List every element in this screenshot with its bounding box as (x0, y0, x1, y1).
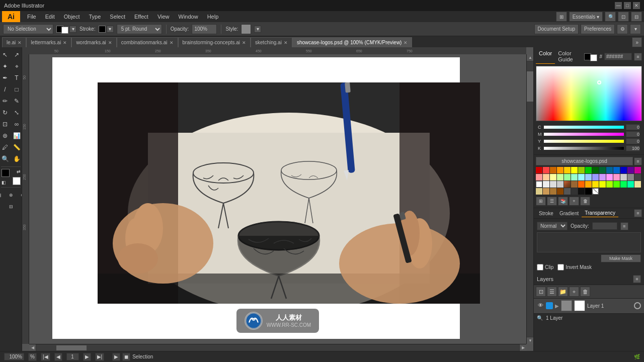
tab-close-brainstorming[interactable]: ✕ (242, 40, 246, 45)
swatch-42[interactable] (550, 181, 556, 188)
extra-btn[interactable]: ⚙ (617, 24, 628, 34)
scroll-down-btn[interactable]: ▼ (527, 337, 533, 344)
swatch-8[interactable] (592, 167, 599, 173)
menu-help[interactable]: Help (203, 13, 223, 21)
swatch-4[interactable] (564, 167, 571, 173)
scroll-thumb-h[interactable] (56, 345, 87, 350)
nav-next-btn[interactable]: ▶ (83, 353, 91, 361)
swatch-45[interactable] (571, 181, 578, 188)
rect-tool[interactable]: □ (11, 84, 22, 95)
arrange-button[interactable]: ⊞ (556, 12, 567, 22)
rotate-tool[interactable]: ↻ (0, 107, 11, 118)
symbol-tool[interactable]: ⊛ (0, 130, 11, 141)
swatch-66[interactable] (571, 188, 578, 195)
swatch-list-btn[interactable]: ☰ (547, 197, 557, 206)
swatch-47[interactable] (585, 181, 592, 188)
layer-locate-btn[interactable]: ⊡ (536, 287, 546, 297)
swatch-51[interactable] (613, 181, 620, 188)
menu-select[interactable]: Select (106, 13, 129, 21)
eyedropper-tool[interactable]: 🖊 (0, 142, 11, 153)
invert-mask-checkbox[interactable] (557, 264, 564, 270)
swatch-50[interactable] (606, 181, 613, 188)
tab-gradient[interactable]: Gradient (556, 210, 582, 217)
direct-selection-tool[interactable]: ↗ (11, 49, 22, 60)
swatch-34[interactable] (634, 174, 641, 180)
swatch-41[interactable] (543, 181, 549, 188)
scroll-thumb-v[interactable] (527, 71, 533, 102)
swatch-add-btn[interactable]: + (569, 197, 579, 206)
swap-colors-icon[interactable]: ⇄ (17, 169, 21, 174)
tabs-more-button[interactable]: » (632, 37, 642, 47)
swatch-7[interactable] (585, 167, 592, 173)
menu-type[interactable]: Type (85, 13, 105, 21)
scroll-right-btn[interactable]: ▶ (519, 344, 526, 351)
swatch-12[interactable] (620, 167, 627, 173)
tab-close-wordmarks[interactable]: ✕ (108, 40, 112, 45)
tab-transparency[interactable]: Transparency (582, 209, 618, 217)
tab-showcase[interactable]: showcase-logos.psd @ 100% (CMYK/Preview)… (292, 37, 413, 47)
tab-close-showcase[interactable]: ✕ (404, 40, 408, 45)
hscrollbar[interactable]: ◀ ▶ (29, 344, 526, 351)
scale-tool[interactable]: ⤡ (11, 107, 22, 118)
swatch-view-btn[interactable]: ⊞ (536, 197, 546, 206)
swatch-del-btn[interactable]: 🗑 (580, 197, 590, 206)
tab-close-sketching[interactable]: ✕ (284, 40, 288, 45)
graph-tool[interactable]: 📊 (11, 130, 22, 141)
swatch-21[interactable] (543, 174, 549, 180)
swatch-60[interactable] (634, 181, 641, 188)
style-arrow[interactable]: ▾ (254, 26, 261, 33)
swatches-menu[interactable]: ≡ (634, 157, 642, 165)
prefs-button[interactable]: Preferences (581, 24, 615, 34)
blend-mode-select[interactable]: Normal Multiply Screen Overlay (537, 222, 568, 230)
menu-edit[interactable]: Edit (41, 13, 59, 21)
layer-visibility-toggle[interactable]: 👁 (537, 302, 544, 309)
swatch-49[interactable] (599, 181, 606, 188)
menu-window[interactable]: Window (175, 13, 202, 21)
screen-mode-icon[interactable]: ⊟ (6, 201, 17, 212)
view-mode-button[interactable]: ⊟ (631, 12, 642, 22)
warp-tool[interactable]: ⊡ (0, 119, 11, 130)
swatch-5[interactable] (571, 167, 578, 173)
clip-label[interactable]: Clip (537, 264, 553, 270)
doc-setup-button[interactable]: Document Setup (534, 24, 579, 34)
swatch-64[interactable] (557, 188, 564, 195)
tab-sketching[interactable]: sketching.ai ✕ (251, 37, 292, 47)
search-button[interactable]: 🔍 (605, 12, 616, 22)
k-val[interactable] (626, 145, 640, 151)
swatch-9[interactable] (599, 167, 606, 173)
swatch-1[interactable] (543, 167, 549, 173)
swatch-14[interactable] (634, 167, 641, 173)
layer-add-btn[interactable]: + (569, 287, 579, 297)
extra-btn2[interactable]: ▾ (630, 24, 641, 34)
swatch-67[interactable] (578, 188, 585, 195)
layer-arrange-btn[interactable]: ☰ (547, 287, 557, 297)
bg-swatch-small[interactable] (590, 54, 597, 61)
swatch-40[interactable] (536, 181, 542, 188)
menu-file[interactable]: File (23, 13, 40, 21)
swatch-24[interactable] (564, 174, 571, 180)
swatch-red[interactable] (536, 167, 542, 173)
measure-tool[interactable]: 📏 (11, 142, 22, 153)
layers-search-btn[interactable]: 🔍 (537, 315, 543, 321)
swatch-26[interactable] (578, 174, 585, 180)
swatch-43[interactable] (557, 181, 564, 188)
swatch-62[interactable] (543, 188, 549, 195)
swatch-23[interactable] (557, 174, 564, 180)
swatch-28[interactable] (592, 174, 599, 180)
scroll-up-btn[interactable]: ▲ (527, 54, 533, 61)
trans-panel-menu[interactable]: ≡ (620, 222, 628, 230)
swatch-65[interactable] (564, 188, 571, 195)
swatch-20[interactable] (536, 174, 542, 180)
tab-le[interactable]: le.ai ✕ (2, 37, 26, 47)
stop-btn[interactable]: ◼ (122, 353, 130, 361)
color-panel-menu[interactable]: ≡ (634, 53, 642, 61)
swatch-30[interactable] (606, 174, 613, 180)
swatch-53[interactable] (627, 181, 634, 188)
canvas-area[interactable]: 50 150 250 350 450 550 650 750 50 150 25… (22, 47, 533, 351)
swatch-29[interactable] (599, 174, 606, 180)
sgt-menu-btn[interactable]: ≡ (634, 209, 642, 217)
swatch-25[interactable] (571, 174, 578, 180)
swatch-2[interactable] (550, 167, 556, 173)
swatch-none[interactable] (592, 188, 599, 195)
layer-color-indicator[interactable] (546, 302, 553, 309)
